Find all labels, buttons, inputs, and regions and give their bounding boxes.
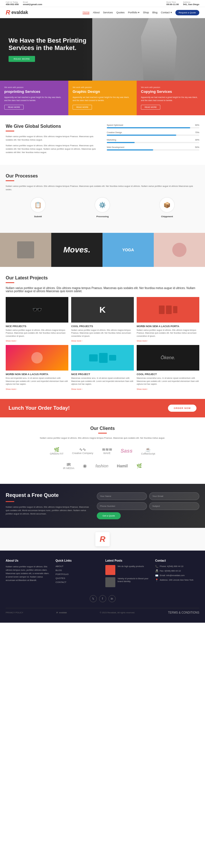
project-card-2: K COOL PROJECTS Nullam varius porttitor … xyxy=(71,297,134,342)
quote-left: Request a Free Quote Nullam varius portt… xyxy=(6,492,91,519)
copyright-text: © 2023 Revaldak, All rights reserved. xyxy=(100,611,135,614)
clients-row-2: IR IR MEDIA ◉ fashion Hamil 🌿 xyxy=(6,461,199,471)
progress-speed: Speed Optimised 90% xyxy=(107,124,199,128)
client-sass: Sass xyxy=(119,446,134,456)
footer-about-text: Nullam varius porttitor augue id ultrice… xyxy=(6,565,50,582)
quote-email-input[interactable] xyxy=(149,492,199,500)
project-text-1: Nullam varius porttitor augue id ultrice… xyxy=(6,329,68,338)
solutions-desc1: Nullam varius porttitor augue id ultrice… xyxy=(6,135,98,142)
cta-button[interactable]: ORDER NOW xyxy=(168,405,197,412)
project-img-1: 🕶️ xyxy=(6,297,68,322)
nav-portfolio[interactable]: Portfolio ▾ xyxy=(128,11,139,14)
logo[interactable]: R evaldak xyxy=(6,9,28,16)
clients-title: Our Clients xyxy=(6,426,199,431)
nav-home[interactable]: Home xyxy=(82,11,89,14)
contact-email-text: Email: info@revaldak.com xyxy=(160,574,184,577)
footer-link-contact[interactable]: CONTACT xyxy=(55,581,100,584)
step-submit-icon: 📋 xyxy=(30,197,46,213)
progress-value-marketing: 30% xyxy=(195,138,199,141)
client-name: Creative Company xyxy=(72,452,94,455)
step-processing: ⚙️ Processing xyxy=(95,197,110,224)
service-btn-1[interactable]: READ MORE xyxy=(4,105,24,110)
progress-value-webdev: 50% xyxy=(195,146,199,149)
quote-desc: Nullam varius porttitor augue id ultrice… xyxy=(6,505,91,516)
project-img-2: K xyxy=(71,297,134,322)
contact-address-text: Address: 246 Lincoin Ave New York xyxy=(160,579,193,581)
free-quote-section: Request a Free Quote Nullam varius portt… xyxy=(0,484,205,528)
show-more-1[interactable]: Show more › xyxy=(6,340,17,342)
footer-posts-title: Latest Posts xyxy=(105,559,150,562)
photo-4 xyxy=(154,233,205,267)
nav-shop[interactable]: Shop xyxy=(143,11,149,14)
projects-title: Our Latest Projects xyxy=(6,275,199,281)
address-icon: 📍 xyxy=(155,579,158,582)
solutions-left: We Give Global Solutions Nullam varius p… xyxy=(6,124,98,156)
nav-quotes[interactable]: Quotes xyxy=(116,11,124,14)
service-btn-2[interactable]: READ MORE xyxy=(73,105,92,110)
progress-label-design: Creative Design xyxy=(107,131,122,134)
linkedin-icon[interactable]: in xyxy=(108,595,116,602)
progress-bg-speed xyxy=(107,127,199,128)
nav-blog[interactable]: Blog xyxy=(152,11,157,14)
show-more-2[interactable]: Show more › xyxy=(71,340,82,342)
show-more-6[interactable]: Show more › xyxy=(137,388,148,390)
cta-banner: Lunch Your Order Today! ORDER NOW xyxy=(0,399,205,417)
processes-title: Our Processes xyxy=(6,174,199,179)
moves-text: Moves. xyxy=(63,245,91,254)
project-title-1: NICE PROJECTS xyxy=(6,325,68,328)
progress-label-speed: Speed Optimised xyxy=(107,124,123,126)
logo-center-box: R xyxy=(95,532,110,546)
footer-posts: Latest Posts We do high quality products… xyxy=(105,559,150,589)
progress-value-design: 75% xyxy=(195,131,199,134)
footer-about: About Us Nullam varius porttitor augue i… xyxy=(6,559,50,589)
quote-submit-button[interactable]: Get a Quote xyxy=(97,512,121,519)
logo-center-section: R xyxy=(0,528,205,551)
footer-post-2: Variety of products to Boost your brand … xyxy=(105,577,150,587)
show-more-3[interactable]: Show more › xyxy=(137,340,148,342)
projects-desc: Nullam varius porttitor augue id ultrice… xyxy=(6,286,199,293)
hero-content: We Have the Best Printing Services in th… xyxy=(8,37,94,62)
nav-services[interactable]: Services xyxy=(103,11,113,14)
quote-right: Get a Quote xyxy=(97,492,199,519)
service-title-3: Copying Services xyxy=(141,89,201,94)
facebook-icon[interactable]: f xyxy=(99,595,106,602)
footer-post-1: We do high quality products xyxy=(105,565,150,575)
show-more-4[interactable]: Show more › xyxy=(6,388,17,390)
client-name: WAVE xyxy=(103,452,111,455)
terms-link[interactable]: TERMS & CONDITIONS xyxy=(168,611,199,614)
hero-cta-button[interactable]: READ MORE xyxy=(8,56,35,62)
footer-quicklinks-list: ABOUT BLOG PORTFOLIO QUOTES CONTACT xyxy=(55,565,100,584)
service-printing: We work with passion proprinting Service… xyxy=(0,81,68,115)
service-btn-3[interactable]: READ MORE xyxy=(141,105,160,110)
nav-about[interactable]: About xyxy=(93,11,100,14)
address-info: Address 541, San Diego xyxy=(183,1,199,6)
footer-link-quotes[interactable]: QUOTES xyxy=(55,577,100,580)
clients-underline xyxy=(98,433,107,434)
show-more-5[interactable]: Show more › xyxy=(71,388,82,390)
quote-phone-input[interactable] xyxy=(97,502,147,510)
quote-row-1 xyxy=(97,492,199,500)
logo-icon: R xyxy=(6,9,10,16)
logo-text: evaldak xyxy=(11,10,28,15)
progress-label-webdev: Web Development xyxy=(107,146,124,149)
quote-name-input[interactable] xyxy=(97,492,147,500)
solutions-title: We Give Global Solutions xyxy=(6,124,98,129)
step-shipping-icon: 📦 xyxy=(159,197,175,213)
footer-link-portfolio[interactable]: PORTFOLIO xyxy=(55,573,100,576)
privacy-policy-link[interactable]: PRIVACY POLICY xyxy=(6,611,23,614)
footer-link-about[interactable]: ABOUT xyxy=(55,565,100,567)
progress-webdev: Web Development 50% xyxy=(107,146,199,151)
projects-section: Our Latest Projects Nullam varius portti… xyxy=(0,267,205,399)
step-shipping: 📦 Chippment xyxy=(159,197,175,224)
footer-link-blog[interactable]: BLOG xyxy=(55,569,100,571)
client-coffeescript: ☕ CoffeeScript xyxy=(140,445,157,457)
yoga-text: YOGA xyxy=(122,248,134,252)
quote-subject-input[interactable] xyxy=(149,502,199,510)
project-title-3: MORBI NON SEM A LACUS PORTA xyxy=(137,325,199,328)
step-submit: 📋 Submit xyxy=(30,197,46,224)
nav-contact[interactable]: Contact ▾ xyxy=(161,11,172,14)
request-quote-button[interactable]: Request a Quote xyxy=(175,10,199,16)
project-text-2: Nullam varius porttitor augue id ultrice… xyxy=(71,329,134,338)
twitter-icon[interactable]: 𝕏 xyxy=(90,595,97,602)
phone-icon: 📞 xyxy=(155,565,158,568)
